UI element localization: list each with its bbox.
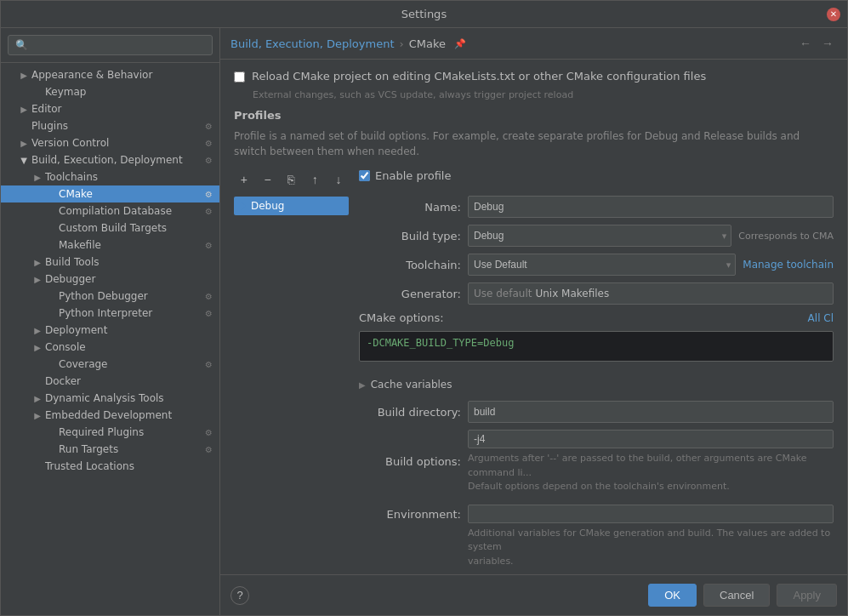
cmake-options-header: CMake options: All Cl	[359, 311, 834, 324]
sidebar-item-label: Toolchains	[45, 171, 98, 183]
chevron-icon: ▶	[31, 171, 43, 183]
cmake-options-input[interactable]: -DCMAKE_BUILD_TYPE=Debug	[359, 331, 834, 362]
sidebar-item-label: Build Tools	[45, 256, 100, 268]
sidebar-item-toolchains[interactable]: ▶ Toolchains	[1, 168, 219, 185]
sidebar-item-embedded-dev[interactable]: ▶ Embedded Development	[1, 407, 219, 424]
reload-checkbox-row: Reload CMake project on editing CMakeLis…	[234, 70, 834, 83]
chevron-icon: ▶	[31, 392, 43, 404]
sidebar-item-version-control[interactable]: ▶ Version Control ⚙	[1, 134, 219, 151]
settings-content: Reload CMake project on editing CMakeLis…	[220, 60, 847, 574]
sidebar-item-console[interactable]: ▶ Console	[1, 339, 219, 356]
title-bar: Settings ✕	[1, 1, 847, 28]
breadcrumb-current: CMake	[409, 37, 446, 50]
breadcrumb-separator: ›	[399, 37, 403, 50]
sidebar-item-python-debugger[interactable]: Python Debugger ⚙	[1, 288, 219, 305]
profiles-desc: Profile is a named set of build options.…	[234, 128, 834, 159]
sidebar-item-docker[interactable]: Docker	[1, 373, 219, 390]
ok-button[interactable]: OK	[648, 584, 697, 607]
sidebar-item-coverage[interactable]: Coverage ⚙	[1, 356, 219, 373]
chevron-icon: ▶	[31, 324, 43, 336]
reload-label: Reload CMake project on editing CMakeLis…	[252, 70, 706, 83]
build-directory-row: Build directory:	[359, 401, 834, 423]
remove-profile-button[interactable]: −	[258, 169, 278, 190]
environment-field-wrapper: Additional variables for CMake generatio…	[468, 505, 834, 569]
build-options-label: Build options:	[359, 455, 461, 468]
sidebar-item-deployment[interactable]: ▶ Deployment	[1, 322, 219, 339]
profile-label: Debug	[251, 200, 284, 212]
name-row: Name:	[359, 196, 834, 218]
environment-input[interactable]	[468, 505, 834, 523]
enable-profile-checkbox[interactable]	[359, 170, 370, 181]
build-type-row: Build type: Debug Release RelWithDebInfo…	[359, 225, 834, 247]
sidebar-item-run-targets[interactable]: Run Targets ⚙	[1, 441, 219, 458]
profiles-list-panel: + − ⎘ ↑ ↓ Debug	[234, 169, 349, 568]
spacer-icon	[45, 443, 57, 455]
sidebar-item-compilation-db[interactable]: Compilation Database ⚙	[1, 202, 219, 220]
chevron-icon: ▶	[31, 256, 43, 268]
back-button[interactable]: ←	[796, 35, 815, 52]
sidebar-item-custom-build[interactable]: Custom Build Targets	[1, 220, 219, 237]
build-directory-input[interactable]	[468, 401, 834, 423]
sidebar-item-label: Keymap	[45, 86, 86, 98]
sidebar-item-makefile[interactable]: Makefile ⚙	[1, 237, 219, 254]
sidebar-item-label: Plugins	[31, 120, 68, 132]
environment-label: Environment:	[359, 505, 461, 521]
spacer-icon	[45, 239, 57, 251]
sidebar-item-label: Appearance & Behavior	[31, 69, 152, 81]
profiles-layout: + − ⎘ ↑ ↓ Debug	[234, 169, 834, 568]
sidebar-item-label: Trusted Locations	[45, 460, 134, 472]
help-button[interactable]: ?	[230, 586, 249, 605]
copy-profile-button[interactable]: ⎘	[282, 169, 302, 190]
manage-toolchain-link[interactable]: Manage toolchain	[743, 259, 834, 271]
search-input[interactable]	[8, 35, 213, 55]
build-options-input[interactable]	[468, 430, 834, 448]
pin-icon: 📌	[454, 38, 466, 49]
chevron-down-icon: ▼	[18, 154, 30, 166]
name-input[interactable]	[468, 196, 834, 218]
build-type-select[interactable]: Debug Release RelWithDebInfo MinSizeRel	[468, 225, 731, 247]
sidebar-item-dynamic-analysis[interactable]: ▶ Dynamic Analysis Tools	[1, 390, 219, 407]
sidebar-item-appearance[interactable]: ▶ Appearance & Behavior	[1, 66, 219, 83]
sidebar-item-build-tools[interactable]: ▶ Build Tools	[1, 254, 219, 271]
window-title: Settings	[401, 8, 447, 20]
sidebar-item-plugins[interactable]: Plugins ⚙	[1, 117, 219, 134]
generator-field[interactable]: Use default Unix Makefiles	[468, 282, 834, 305]
apply-button[interactable]: Apply	[777, 584, 837, 607]
content-area: ▶ Appearance & Behavior Keymap ▶ Editor	[1, 28, 847, 615]
sidebar-item-editor[interactable]: ▶ Editor	[1, 100, 219, 117]
cmake-options-label: CMake options:	[359, 311, 444, 324]
sidebar-item-cmake[interactable]: CMake ⚙	[1, 185, 219, 202]
forward-button[interactable]: →	[818, 35, 837, 52]
sidebar-item-debugger[interactable]: ▶ Debugger	[1, 271, 219, 288]
sidebar-item-label: Python Debugger	[59, 290, 148, 302]
sidebar-item-label: Embedded Development	[45, 409, 172, 421]
sidebar-item-keymap[interactable]: Keymap	[1, 83, 219, 100]
sidebar-item-python-interpreter[interactable]: Python Interpreter ⚙	[1, 305, 219, 322]
sidebar-item-trusted-locations[interactable]: Trusted Locations	[1, 458, 219, 475]
cmake-options-value: -DCMAKE_BUILD_TYPE=Debug	[367, 337, 514, 349]
environment-hint: Additional variables for CMake generatio…	[468, 527, 834, 569]
sidebar-item-label: Required Plugins	[59, 426, 144, 438]
spacer-icon	[45, 307, 57, 319]
cancel-button[interactable]: Cancel	[703, 584, 770, 607]
reload-checkbox[interactable]	[234, 71, 245, 83]
toolchain-label: Toolchain:	[359, 259, 461, 271]
move-up-button[interactable]: ↑	[304, 169, 325, 190]
close-button[interactable]: ✕	[827, 8, 840, 21]
move-down-button[interactable]: ↓	[328, 169, 349, 190]
profile-item-debug[interactable]: Debug	[234, 197, 349, 215]
toolchain-select[interactable]: Use Default	[468, 254, 736, 276]
cmake-options-section: CMake options: All Cl -DCMAKE_BUILD_TYPE…	[359, 311, 834, 368]
sidebar-item-label: Makefile	[59, 239, 101, 251]
add-profile-button[interactable]: +	[234, 169, 254, 190]
sidebar-item-label: CMake	[59, 188, 93, 200]
sidebar-item-build-exec[interactable]: ▼ Build, Execution, Deployment ⚙	[1, 151, 219, 168]
all-cmake-link[interactable]: All Cl	[808, 312, 834, 324]
chevron-icon: ▶	[31, 273, 43, 285]
sidebar-item-required-plugins[interactable]: Required Plugins ⚙	[1, 424, 219, 441]
cache-chevron-icon: ▶	[359, 380, 366, 390]
sidebar-item-label: Version Control	[31, 137, 109, 149]
breadcrumb-parent[interactable]: Build, Execution, Deployment	[230, 37, 394, 50]
sidebar-item-label: Python Interpreter	[59, 307, 152, 319]
cache-variables-row[interactable]: ▶ Cache variables	[359, 375, 834, 394]
